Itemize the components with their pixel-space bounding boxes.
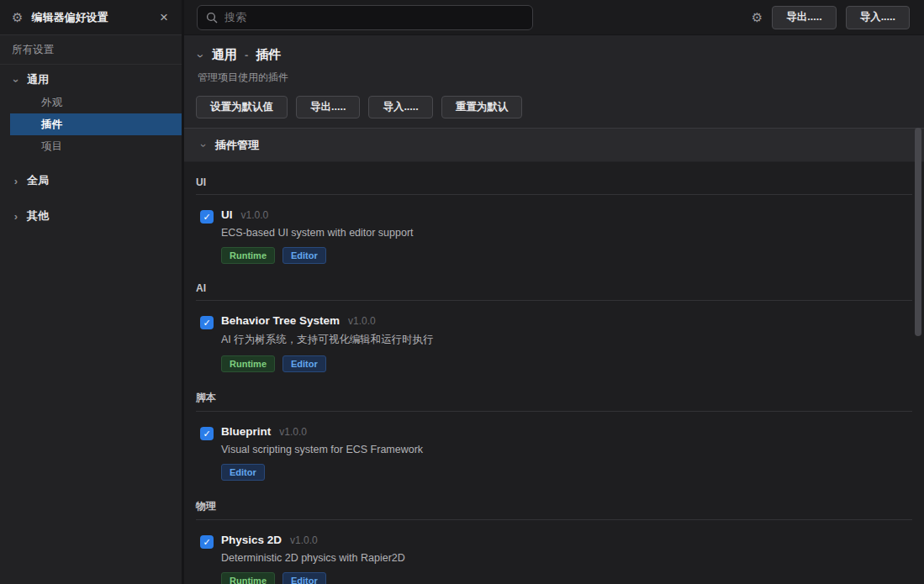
plugin-tags: Editor xyxy=(221,464,423,481)
search-icon xyxy=(206,12,218,24)
section-plugin-management[interactable]: › 插件管理 xyxy=(184,129,924,162)
spacer xyxy=(0,192,182,204)
plugin-tags: Runtime Editor xyxy=(221,355,434,372)
plugin-tags: Runtime Editor xyxy=(221,247,414,264)
breadcrumb-parent[interactable]: 通用 xyxy=(212,47,237,63)
export-button[interactable]: 导出..... xyxy=(772,6,836,29)
tree-group-global[interactable]: › 全局 xyxy=(0,169,182,192)
plugin-row: ✓ Behavior Tree System v1.0.0 AI 行为树系统，支… xyxy=(200,314,912,372)
set-as-default-button[interactable]: 设置为默认值 xyxy=(196,96,288,118)
tree-item-label: 插件 xyxy=(41,118,62,132)
tree-item-label: 项目 xyxy=(41,139,62,154)
plugin-group: AI ✓ Behavior Tree System v1.0.0 AI 行为树系… xyxy=(196,282,912,372)
plugin-enabled-checkbox[interactable]: ✓ xyxy=(200,316,214,329)
plugin-info: Physics 2D v1.0.0 Deterministic 2D physi… xyxy=(221,534,405,584)
plugin-row: ✓ Physics 2D v1.0.0 Deterministic 2D phy… xyxy=(200,534,912,584)
plugin-name: UI xyxy=(221,208,233,221)
settings-tree: › 通用 外观 插件 项目 › 全局 › 其他 xyxy=(0,65,182,228)
chevron-down-icon: › xyxy=(11,76,22,85)
tag-editor: Editor xyxy=(282,355,326,372)
plugin-row: ✓ Blueprint v1.0.0 Visual scripting syst… xyxy=(200,425,912,481)
reset-to-default-button[interactable]: 重置为默认 xyxy=(441,96,523,118)
breadcrumb-current: 插件 xyxy=(256,47,281,63)
plugin-version: v1.0.0 xyxy=(279,426,307,438)
spacer xyxy=(0,157,182,169)
tree-group-label: 全局 xyxy=(27,173,49,188)
chevron-right-icon: › xyxy=(12,176,20,187)
settings-gear-icon[interactable]: ⚙ xyxy=(752,11,763,24)
plugin-group: 脚本 ✓ Blueprint v1.0.0 Visual scripting s… xyxy=(196,391,912,481)
header-buttons: 设置为默认值 导出..... 导入..... 重置为默认 xyxy=(196,96,924,118)
import-button[interactable]: 导入..... xyxy=(846,6,910,29)
plugin-version: v1.0.0 xyxy=(348,315,376,327)
page-subtitle: 管理项目使用的插件 xyxy=(198,71,924,85)
divider xyxy=(196,519,912,520)
tree-item-plugins[interactable]: 插件 xyxy=(10,113,182,135)
tree-group-general[interactable]: › 通用 xyxy=(0,68,182,92)
plugin-enabled-checkbox[interactable]: ✓ xyxy=(200,535,214,549)
tag-runtime: Runtime xyxy=(221,355,275,372)
divider xyxy=(196,300,912,301)
category-label: UI xyxy=(196,176,912,188)
all-settings-label[interactable]: 所有设置 xyxy=(0,35,182,65)
tree-group-label: 通用 xyxy=(27,72,49,87)
tag-editor: Editor xyxy=(221,464,265,481)
import-settings-button[interactable]: 导入..... xyxy=(368,96,432,118)
tree-item-project[interactable]: 项目 xyxy=(10,135,182,157)
page-header: › 通用 - 插件 管理项目使用的插件 设置为默认值 导出..... 导入...… xyxy=(184,35,924,129)
plugin-name: Behavior Tree System xyxy=(221,314,340,327)
search-box[interactable] xyxy=(197,5,533,30)
topbar: ⚙ 导出..... 导入..... xyxy=(184,0,924,35)
plugin-version: v1.0.0 xyxy=(290,534,318,546)
section-title: 插件管理 xyxy=(215,138,259,153)
plugin-name: Blueprint xyxy=(221,425,271,438)
tree-group-label: 其他 xyxy=(27,208,49,224)
plugin-group: UI ✓ UI v1.0.0 ECS-based UI system with … xyxy=(196,176,912,264)
tag-editor: Editor xyxy=(282,247,326,264)
topbar-actions: ⚙ 导出..... 导入..... xyxy=(752,6,910,29)
category-label: 脚本 xyxy=(196,391,912,405)
close-icon[interactable]: × xyxy=(156,8,172,26)
plugin-row: ✓ UI v1.0.0 ECS-based UI system with edi… xyxy=(200,208,912,264)
category-label: 物理 xyxy=(196,499,912,513)
plugin-description: ECS-based UI system with editor support xyxy=(221,227,414,239)
plugin-info: Blueprint v1.0.0 Visual scripting system… xyxy=(221,425,423,481)
search-input[interactable] xyxy=(224,11,524,24)
plugin-description: Deterministic 2D physics with Rapier2D xyxy=(221,552,405,564)
tree-group-other[interactable]: › 其他 xyxy=(0,204,182,228)
plugin-tags: Runtime Editor xyxy=(221,572,405,584)
main-panel: ⚙ 导出..... 导入..... › 通用 - 插件 管理项目使用的插件 设置… xyxy=(184,0,924,584)
plugin-enabled-checkbox[interactable]: ✓ xyxy=(200,427,214,440)
breadcrumb-separator: - xyxy=(245,49,248,61)
breadcrumb: › 通用 - 插件 xyxy=(196,47,924,63)
tree-item-appearance[interactable]: 外观 xyxy=(10,92,182,113)
plugin-list: UI ✓ UI v1.0.0 ECS-based UI system with … xyxy=(184,162,924,584)
plugin-version: v1.0.0 xyxy=(241,209,269,221)
chevron-right-icon: › xyxy=(12,211,20,222)
divider xyxy=(196,194,912,195)
tag-editor: Editor xyxy=(282,572,326,584)
plugin-description: Visual scripting system for ECS Framewor… xyxy=(221,444,423,455)
plugin-info: UI v1.0.0 ECS-based UI system with edito… xyxy=(221,208,414,264)
chevron-down-icon: › xyxy=(198,141,209,150)
divider xyxy=(196,411,912,412)
plugin-info: Behavior Tree System v1.0.0 AI 行为树系统，支持可… xyxy=(221,314,434,372)
window-title: 编辑器偏好设置 xyxy=(31,10,148,25)
export-settings-button[interactable]: 导出..... xyxy=(296,96,360,118)
plugin-description: AI 行为树系统，支持可视化编辑和运行时执行 xyxy=(221,333,434,347)
tree-item-label: 外观 xyxy=(41,96,62,110)
editor-preferences-window: ⚙ 编辑器偏好设置 × 所有设置 › 通用 外观 插件 项目 › 全局 xyxy=(0,0,924,584)
gear-icon: ⚙ xyxy=(12,11,23,24)
plugin-name: Physics 2D xyxy=(221,534,282,546)
category-label: AI xyxy=(196,282,912,294)
sidebar-header: ⚙ 编辑器偏好设置 × xyxy=(0,0,182,35)
vertical-scrollbar-thumb[interactable] xyxy=(915,128,921,336)
chevron-down-icon[interactable]: › xyxy=(195,51,207,60)
plugin-group: 物理 ✓ Physics 2D v1.0.0 Deterministic 2D … xyxy=(196,499,912,584)
sidebar: ⚙ 编辑器偏好设置 × 所有设置 › 通用 外观 插件 项目 › 全局 xyxy=(0,0,184,584)
plugin-enabled-checkbox[interactable]: ✓ xyxy=(200,210,214,224)
tag-runtime: Runtime xyxy=(221,247,275,264)
tag-runtime: Runtime xyxy=(221,572,275,584)
